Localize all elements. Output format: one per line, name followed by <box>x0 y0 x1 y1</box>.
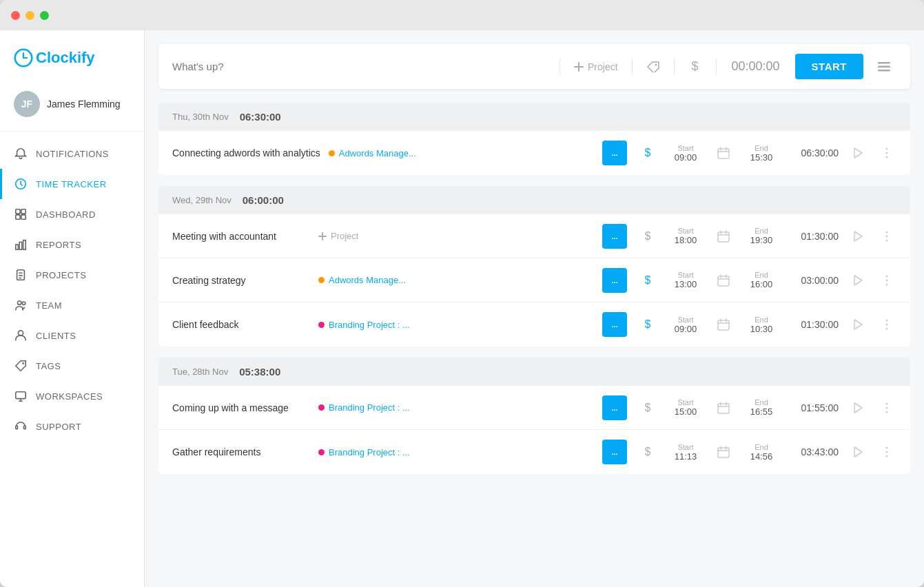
svg-point-34 <box>886 320 888 322</box>
entry-calendar-button[interactable] <box>711 224 736 249</box>
list-view-button[interactable] <box>872 54 896 79</box>
entry-tags-button[interactable]: ... <box>602 395 627 420</box>
sidebar-item-projects[interactable]: PROJECTS <box>0 260 144 290</box>
entry-duration: 03:00:00 <box>787 275 839 286</box>
entry-calendar-button[interactable] <box>711 440 736 464</box>
nav-label-support: SUPPORT <box>36 422 81 432</box>
entry-more-button[interactable] <box>877 315 896 334</box>
start-label: Start <box>677 144 693 152</box>
project-name[interactable]: Branding Project : ... <box>329 320 410 330</box>
entry-play-button[interactable] <box>847 441 869 463</box>
day-label-1: Wed, 29th Nov <box>172 195 232 205</box>
sidebar-item-support[interactable]: SUPPORT <box>0 411 144 442</box>
project-name[interactable]: Adwords Manage... <box>339 148 416 158</box>
calendar-icon <box>717 402 730 414</box>
entry-billable-button[interactable]: $ <box>635 312 660 337</box>
entry-more-button[interactable] <box>877 271 896 290</box>
entry-billable-button[interactable]: $ <box>635 224 660 249</box>
entry-project: Adwords Manage... <box>329 148 594 158</box>
entry-play-button[interactable] <box>847 313 869 336</box>
end-label: End <box>754 271 768 279</box>
entry-play-button[interactable] <box>847 142 869 164</box>
table-row: Gather requirements Branding Project : .… <box>158 430 910 474</box>
description-input[interactable] <box>172 61 551 72</box>
entry-more-button[interactable] <box>877 442 896 462</box>
entry-billable-button[interactable]: $ <box>635 141 660 165</box>
start-button[interactable]: START <box>795 54 863 79</box>
day-total-0: 06:30:00 <box>240 111 281 123</box>
entry-billable-button[interactable]: $ <box>635 268 660 293</box>
play-icon <box>853 231 863 242</box>
maximize-button[interactable] <box>40 11 49 20</box>
entry-tags-button[interactable]: ... <box>602 224 627 249</box>
entry-tags-button[interactable]: ... <box>602 268 627 293</box>
svg-rect-20 <box>878 70 890 72</box>
entry-play-button[interactable] <box>847 225 869 247</box>
entry-billable-button[interactable]: $ <box>635 395 660 420</box>
close-button[interactable] <box>11 11 20 20</box>
entry-calendar-button[interactable] <box>711 141 736 165</box>
file-icon <box>14 268 28 282</box>
start-label: Start <box>677 398 693 406</box>
project-name[interactable]: Adwords Manage... <box>329 275 406 285</box>
entry-more-button[interactable] <box>877 398 896 418</box>
end-label: End <box>754 316 768 324</box>
end-time-value: 14:56 <box>750 451 773 462</box>
billable-button[interactable]: $ <box>683 54 708 79</box>
sidebar-item-dashboard[interactable]: DASHBOARD <box>0 199 144 229</box>
sidebar-item-reports[interactable]: REPORTS <box>0 229 144 260</box>
sidebar-item-time-tracker[interactable]: TIME TRACKER <box>0 169 144 199</box>
sidebar-item-workspaces[interactable]: WORKSPACES <box>0 381 144 411</box>
svg-rect-16 <box>24 426 26 429</box>
clockify-logo-icon <box>14 48 33 68</box>
sidebar-item-tags[interactable]: TAGS <box>0 351 144 381</box>
entry-tags-button[interactable]: ... <box>602 312 627 337</box>
project-dot <box>318 404 325 411</box>
sidebar-item-team[interactable]: TEAM <box>0 290 144 320</box>
logo: Clockify <box>0 37 144 84</box>
entry-description: Connecting adwords with analytics <box>172 147 320 158</box>
entry-tags-button[interactable]: ... <box>602 440 627 464</box>
more-icon <box>885 446 888 457</box>
entry-end-time: End 16:55 <box>744 398 779 417</box>
minimize-button[interactable] <box>25 11 34 20</box>
project-placeholder: Project <box>331 231 358 241</box>
entry-calendar-button[interactable] <box>711 268 736 293</box>
entry-start-time: Start 11:13 <box>668 443 703 462</box>
table-row: Coming up with a message Branding Projec… <box>158 386 910 430</box>
end-time-value: 19:30 <box>750 235 773 245</box>
tag-icon <box>14 359 28 373</box>
day-label-2: Tue, 28th Nov <box>172 367 228 377</box>
entry-more-button[interactable] <box>877 227 896 246</box>
end-label: End <box>754 144 768 152</box>
sidebar-item-clients[interactable]: CLIENTS <box>0 320 144 351</box>
entry-billable-button[interactable]: $ <box>635 440 660 464</box>
entry-end-time: End 15:30 <box>744 144 779 163</box>
tag-button[interactable] <box>641 54 666 79</box>
add-project-link[interactable]: Project <box>318 231 358 241</box>
day-header-1: Wed, 29th Nov 06:00:00 <box>158 186 910 214</box>
project-name[interactable]: Branding Project : ... <box>329 447 410 457</box>
plus-icon <box>574 62 584 72</box>
svg-point-13 <box>22 362 24 364</box>
entry-calendar-button[interactable] <box>711 395 736 420</box>
end-time-value: 16:00 <box>750 279 773 289</box>
add-project-button[interactable]: Project <box>568 59 624 75</box>
svg-point-17 <box>655 63 657 65</box>
project-name[interactable]: Branding Project : ... <box>329 402 410 413</box>
entry-start-time: Start 18:00 <box>668 227 703 245</box>
entry-project: Adwords Manage... <box>318 275 594 285</box>
entry-play-button[interactable] <box>847 397 869 419</box>
svg-rect-18 <box>878 62 890 64</box>
user-section[interactable]: JF James Flemming <box>0 84 144 132</box>
entry-tags-button[interactable]: ... <box>602 141 627 165</box>
entry-start-time: Start 15:00 <box>668 398 703 417</box>
entry-calendar-button[interactable] <box>711 312 736 337</box>
entry-play-button[interactable] <box>847 269 869 291</box>
entry-duration: 06:30:00 <box>787 147 839 158</box>
entry-description: Client feedback <box>172 319 310 330</box>
svg-rect-5 <box>21 215 25 219</box>
entry-more-button[interactable] <box>877 143 896 163</box>
svg-point-42 <box>886 447 888 449</box>
sidebar-item-notifications[interactable]: NOTIFICATIONS <box>0 138 144 169</box>
